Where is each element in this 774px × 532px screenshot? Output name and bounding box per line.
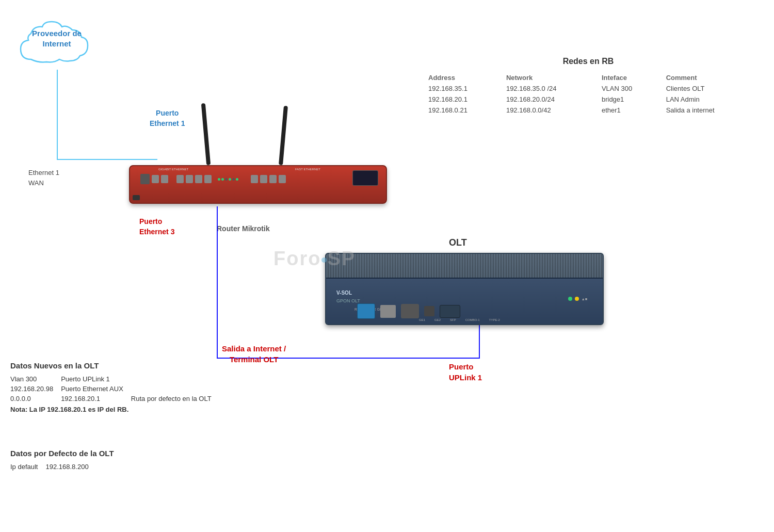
list-item: Ip default192.168.8.200 (10, 462, 96, 472)
led-1 (218, 178, 220, 181)
watermark-dot (321, 257, 327, 263)
olt-port-uplink1 (357, 303, 375, 319)
led-group (218, 178, 238, 181)
olt-indicators: ▲■ (568, 297, 587, 301)
list-item: Vlan 300Puerto UPLink 1 (10, 374, 219, 384)
port-4 (186, 175, 193, 183)
col-header-interface: Inteface (596, 72, 661, 83)
port-1 (152, 175, 159, 183)
olt-front-panel: V-SOL GPON OLT ▲■ RESET PWR GND GE1GE2SF… (326, 278, 603, 324)
redes-rb-table: Address Network Inteface Comment 192.168… (423, 72, 753, 116)
olt-port-sfp2 (424, 306, 434, 316)
datos-nuevos-note: Nota: La IP 192.168.20.1 es IP del RB. (10, 406, 310, 413)
olt-type-label: GPON OLT (336, 298, 360, 303)
port-9 (269, 175, 277, 183)
port-10 (279, 175, 286, 183)
antenna-left (201, 103, 211, 165)
led-4 (229, 178, 231, 181)
datos-defecto-section: Datos por Defecto de la OLT Ip default19… (10, 449, 217, 472)
list-item: 0.0.0.0192.168.20.1Ruta por defecto en l… (10, 394, 219, 404)
datos-nuevos-section: Datos Nuevos en la OLT Vlan 300Puerto UP… (10, 361, 310, 413)
router-mikrotik-device: GIGABIT ETHERNET FAST ETHERNET (129, 160, 387, 209)
antenna-right (279, 106, 288, 165)
olt-led-sys (568, 297, 572, 301)
puerto-ethernet1-label: Puerto Ethernet 1 (150, 108, 185, 128)
olt-sfp1 (401, 304, 419, 318)
led-6 (236, 178, 238, 181)
led-5 (232, 178, 235, 181)
olt-indicator-labels: ▲■ (582, 297, 587, 301)
eth1-wan-label: Ethernet 1 WAN (28, 168, 59, 188)
olt-led-pon (575, 297, 579, 301)
olt-port-labels: GE1GE2SFPCOMBO-1TYPE-2 (419, 318, 500, 321)
olt-port-aux (380, 305, 396, 318)
redes-rb-section: Redes en RB Address Network Inteface Com… (423, 57, 753, 116)
col-header-address: Address (423, 72, 501, 83)
puerto-uplink-label: Puerto UPLink 1 (449, 361, 482, 383)
list-item: 192.168.20.98Puerto Ethernet AUX (10, 384, 219, 394)
olt-ventilation (326, 254, 603, 280)
cloud-shape: Proveedor de Internet (15, 15, 98, 72)
foroISP-watermark: ForoSP (273, 248, 356, 270)
port-8 (260, 175, 267, 183)
olt-body: V-SOL GPON OLT ▲■ RESET PWR GND GE1GE2SF… (325, 253, 604, 325)
cloud-to-router-line-v (57, 70, 58, 160)
port-5 (195, 175, 202, 183)
datos-defecto-title: Datos por Defecto de la OLT (10, 449, 217, 458)
table-row: 192.168.0.21192.168.0.0/42ether1Salida a… (423, 105, 753, 116)
router-text-fast: FAST ETHERNET (295, 168, 320, 171)
olt-device: V-SOL GPON OLT ▲■ RESET PWR GND GE1GE2SF… (325, 253, 604, 335)
table-row: 192.168.35.1192.168.35.0 /24VLAN 300Clie… (423, 83, 753, 94)
router-body: GIGABIT ETHERNET FAST ETHERNET (129, 165, 387, 204)
datos-defecto-table: Ip default192.168.8.200 (10, 462, 96, 472)
port-6 (204, 175, 212, 183)
port-2 (161, 175, 168, 183)
cloud-label: Proveedor de Internet (15, 28, 98, 49)
olt-title: OLT (449, 237, 467, 248)
port-7 (251, 175, 258, 183)
led-3 (225, 178, 228, 181)
port-3 (176, 175, 184, 183)
router-mikrotik-label: Router Mikrotik (217, 224, 270, 233)
datos-nuevos-table: Vlan 300Puerto UPLink 1192.168.20.98Puer… (10, 374, 219, 404)
table-row: 192.168.20.1192.168.20.0/24bridge1LAN Ad… (423, 94, 753, 105)
datos-nuevos-title: Datos Nuevos en la OLT (10, 361, 310, 370)
router-ports-area (140, 174, 286, 184)
olt-port-type2 (440, 305, 460, 318)
sfp-port (140, 174, 150, 184)
led-2 (221, 178, 224, 181)
olt-ports (357, 303, 460, 319)
col-header-comment: Comment (661, 72, 753, 83)
router-display (352, 170, 378, 186)
redes-rb-title: Redes en RB (423, 57, 753, 66)
puerto-ethernet3-label: Puerto Ethernet 3 (139, 217, 174, 237)
usb-port (133, 195, 140, 200)
router-text-gigabit: GIGABIT ETHERNET (158, 168, 188, 171)
router-to-olt-line-v (217, 206, 218, 359)
olt-brand-label: V-SOL (336, 290, 352, 296)
col-header-network: Network (501, 72, 596, 83)
